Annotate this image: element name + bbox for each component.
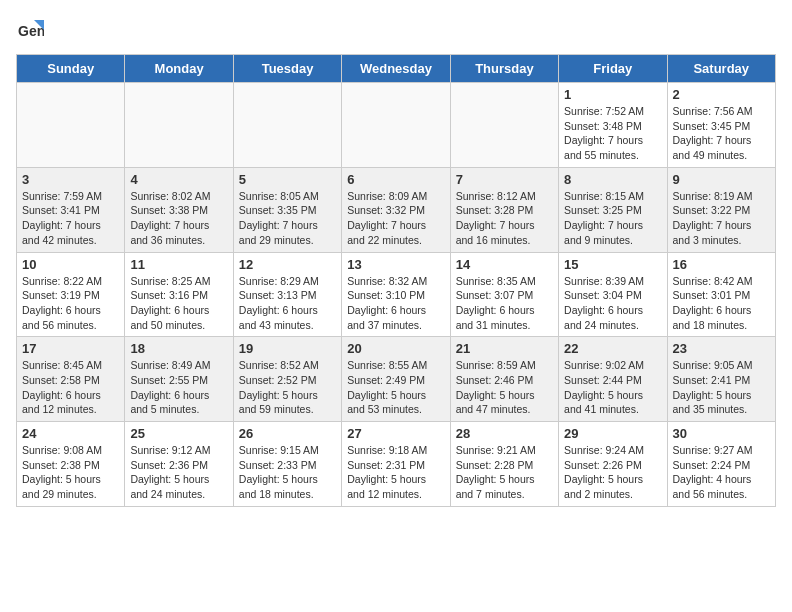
day-number: 19 [239, 341, 336, 356]
day-number: 3 [22, 172, 119, 187]
day-number: 1 [564, 87, 661, 102]
logo: Gen [16, 16, 48, 44]
calendar-cell: 8Sunrise: 8:15 AM Sunset: 3:25 PM Daylig… [559, 167, 667, 252]
calendar-cell: 19Sunrise: 8:52 AM Sunset: 2:52 PM Dayli… [233, 337, 341, 422]
day-number: 30 [673, 426, 770, 441]
day-number: 6 [347, 172, 444, 187]
day-number: 10 [22, 257, 119, 272]
day-number: 24 [22, 426, 119, 441]
calendar-cell: 22Sunrise: 9:02 AM Sunset: 2:44 PM Dayli… [559, 337, 667, 422]
day-info: Sunrise: 9:18 AM Sunset: 2:31 PM Dayligh… [347, 443, 444, 502]
day-info: Sunrise: 9:05 AM Sunset: 2:41 PM Dayligh… [673, 358, 770, 417]
weekday-header-saturday: Saturday [667, 55, 775, 83]
weekday-header-friday: Friday [559, 55, 667, 83]
day-number: 26 [239, 426, 336, 441]
day-number: 15 [564, 257, 661, 272]
weekday-header-thursday: Thursday [450, 55, 558, 83]
day-info: Sunrise: 9:12 AM Sunset: 2:36 PM Dayligh… [130, 443, 227, 502]
day-info: Sunrise: 8:19 AM Sunset: 3:22 PM Dayligh… [673, 189, 770, 248]
day-info: Sunrise: 8:49 AM Sunset: 2:55 PM Dayligh… [130, 358, 227, 417]
day-info: Sunrise: 8:15 AM Sunset: 3:25 PM Dayligh… [564, 189, 661, 248]
day-number: 28 [456, 426, 553, 441]
weekday-header-tuesday: Tuesday [233, 55, 341, 83]
day-info: Sunrise: 9:08 AM Sunset: 2:38 PM Dayligh… [22, 443, 119, 502]
day-number: 8 [564, 172, 661, 187]
calendar-cell [450, 83, 558, 168]
calendar-cell: 4Sunrise: 8:02 AM Sunset: 3:38 PM Daylig… [125, 167, 233, 252]
day-info: Sunrise: 9:02 AM Sunset: 2:44 PM Dayligh… [564, 358, 661, 417]
calendar-cell: 23Sunrise: 9:05 AM Sunset: 2:41 PM Dayli… [667, 337, 775, 422]
calendar-cell: 25Sunrise: 9:12 AM Sunset: 2:36 PM Dayli… [125, 422, 233, 507]
calendar-cell: 30Sunrise: 9:27 AM Sunset: 2:24 PM Dayli… [667, 422, 775, 507]
day-info: Sunrise: 8:55 AM Sunset: 2:49 PM Dayligh… [347, 358, 444, 417]
calendar-cell: 24Sunrise: 9:08 AM Sunset: 2:38 PM Dayli… [17, 422, 125, 507]
calendar-cell: 5Sunrise: 8:05 AM Sunset: 3:35 PM Daylig… [233, 167, 341, 252]
calendar-cell [342, 83, 450, 168]
header: Gen [16, 16, 776, 44]
calendar-cell: 2Sunrise: 7:56 AM Sunset: 3:45 PM Daylig… [667, 83, 775, 168]
day-info: Sunrise: 8:22 AM Sunset: 3:19 PM Dayligh… [22, 274, 119, 333]
calendar-cell [125, 83, 233, 168]
day-number: 14 [456, 257, 553, 272]
day-number: 17 [22, 341, 119, 356]
calendar-cell: 20Sunrise: 8:55 AM Sunset: 2:49 PM Dayli… [342, 337, 450, 422]
calendar-cell: 7Sunrise: 8:12 AM Sunset: 3:28 PM Daylig… [450, 167, 558, 252]
calendar-cell: 3Sunrise: 7:59 AM Sunset: 3:41 PM Daylig… [17, 167, 125, 252]
day-number: 21 [456, 341, 553, 356]
calendar-cell: 18Sunrise: 8:49 AM Sunset: 2:55 PM Dayli… [125, 337, 233, 422]
calendar-cell [17, 83, 125, 168]
day-number: 7 [456, 172, 553, 187]
day-number: 23 [673, 341, 770, 356]
day-info: Sunrise: 8:09 AM Sunset: 3:32 PM Dayligh… [347, 189, 444, 248]
day-number: 29 [564, 426, 661, 441]
day-info: Sunrise: 8:29 AM Sunset: 3:13 PM Dayligh… [239, 274, 336, 333]
day-number: 11 [130, 257, 227, 272]
calendar-body: 1Sunrise: 7:52 AM Sunset: 3:48 PM Daylig… [17, 83, 776, 507]
calendar-cell: 11Sunrise: 8:25 AM Sunset: 3:16 PM Dayli… [125, 252, 233, 337]
day-number: 5 [239, 172, 336, 187]
calendar: SundayMondayTuesdayWednesdayThursdayFrid… [16, 54, 776, 507]
day-number: 2 [673, 87, 770, 102]
day-info: Sunrise: 8:25 AM Sunset: 3:16 PM Dayligh… [130, 274, 227, 333]
day-info: Sunrise: 7:59 AM Sunset: 3:41 PM Dayligh… [22, 189, 119, 248]
day-info: Sunrise: 8:32 AM Sunset: 3:10 PM Dayligh… [347, 274, 444, 333]
calendar-cell: 15Sunrise: 8:39 AM Sunset: 3:04 PM Dayli… [559, 252, 667, 337]
day-info: Sunrise: 8:52 AM Sunset: 2:52 PM Dayligh… [239, 358, 336, 417]
calendar-cell: 21Sunrise: 8:59 AM Sunset: 2:46 PM Dayli… [450, 337, 558, 422]
calendar-week-1: 1Sunrise: 7:52 AM Sunset: 3:48 PM Daylig… [17, 83, 776, 168]
day-info: Sunrise: 9:24 AM Sunset: 2:26 PM Dayligh… [564, 443, 661, 502]
calendar-week-2: 3Sunrise: 7:59 AM Sunset: 3:41 PM Daylig… [17, 167, 776, 252]
weekday-header-row: SundayMondayTuesdayWednesdayThursdayFrid… [17, 55, 776, 83]
calendar-week-5: 24Sunrise: 9:08 AM Sunset: 2:38 PM Dayli… [17, 422, 776, 507]
day-info: Sunrise: 9:21 AM Sunset: 2:28 PM Dayligh… [456, 443, 553, 502]
day-number: 9 [673, 172, 770, 187]
calendar-cell: 14Sunrise: 8:35 AM Sunset: 3:07 PM Dayli… [450, 252, 558, 337]
day-number: 12 [239, 257, 336, 272]
calendar-cell [233, 83, 341, 168]
day-info: Sunrise: 9:15 AM Sunset: 2:33 PM Dayligh… [239, 443, 336, 502]
weekday-header-sunday: Sunday [17, 55, 125, 83]
calendar-cell: 6Sunrise: 8:09 AM Sunset: 3:32 PM Daylig… [342, 167, 450, 252]
day-info: Sunrise: 8:12 AM Sunset: 3:28 PM Dayligh… [456, 189, 553, 248]
weekday-header-wednesday: Wednesday [342, 55, 450, 83]
day-info: Sunrise: 8:35 AM Sunset: 3:07 PM Dayligh… [456, 274, 553, 333]
calendar-cell: 12Sunrise: 8:29 AM Sunset: 3:13 PM Dayli… [233, 252, 341, 337]
day-info: Sunrise: 7:52 AM Sunset: 3:48 PM Dayligh… [564, 104, 661, 163]
calendar-cell: 29Sunrise: 9:24 AM Sunset: 2:26 PM Dayli… [559, 422, 667, 507]
calendar-header: SundayMondayTuesdayWednesdayThursdayFrid… [17, 55, 776, 83]
weekday-header-monday: Monday [125, 55, 233, 83]
calendar-cell: 1Sunrise: 7:52 AM Sunset: 3:48 PM Daylig… [559, 83, 667, 168]
day-info: Sunrise: 8:42 AM Sunset: 3:01 PM Dayligh… [673, 274, 770, 333]
day-info: Sunrise: 8:59 AM Sunset: 2:46 PM Dayligh… [456, 358, 553, 417]
calendar-cell: 17Sunrise: 8:45 AM Sunset: 2:58 PM Dayli… [17, 337, 125, 422]
day-number: 25 [130, 426, 227, 441]
day-number: 22 [564, 341, 661, 356]
calendar-cell: 10Sunrise: 8:22 AM Sunset: 3:19 PM Dayli… [17, 252, 125, 337]
day-info: Sunrise: 8:02 AM Sunset: 3:38 PM Dayligh… [130, 189, 227, 248]
calendar-week-4: 17Sunrise: 8:45 AM Sunset: 2:58 PM Dayli… [17, 337, 776, 422]
day-number: 16 [673, 257, 770, 272]
day-number: 20 [347, 341, 444, 356]
calendar-cell: 28Sunrise: 9:21 AM Sunset: 2:28 PM Dayli… [450, 422, 558, 507]
day-number: 18 [130, 341, 227, 356]
calendar-cell: 13Sunrise: 8:32 AM Sunset: 3:10 PM Dayli… [342, 252, 450, 337]
